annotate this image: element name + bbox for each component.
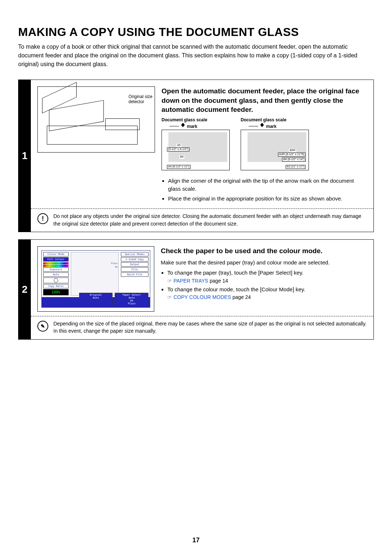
- step-1-note: ! Do not place any objects under the ori…: [37, 212, 367, 227]
- panel-copy-ratio: Copy Ratio: [43, 284, 69, 288]
- scale-a5: A5: [176, 144, 181, 147]
- pointer-icon: ☞: [167, 277, 172, 285]
- panel-full-colour: Full Colour: [43, 257, 69, 262]
- intro-text: To make a copy of a book or other thick …: [18, 42, 374, 69]
- panel-auto: Auto: [43, 272, 69, 277]
- panel-exposure: Exposure: [43, 267, 69, 272]
- scale-right: Document glass scale mark B5R A4R (8-1/2…: [241, 117, 309, 170]
- panel-paperselect-a4: A4: [130, 299, 133, 302]
- step-2-li1: To change the paper (tray), touch the [P…: [167, 269, 367, 285]
- panel-mid: Plain A4: [71, 252, 119, 296]
- step-2-body: Make sure that the desired paper (tray) …: [161, 259, 367, 267]
- step-2-text-col: Check the paper to be used and the colou…: [161, 246, 367, 312]
- step-1-bullets: Align the corner of the original with th…: [162, 177, 367, 203]
- pencil-note-icon: ✎: [37, 321, 48, 332]
- panel-plain: Plain: [111, 262, 118, 264]
- mark-row-right: mark: [249, 124, 309, 129]
- dashed-separator: [31, 208, 373, 209]
- link-copy-colour-modes[interactable]: COPY COLOUR MODES: [173, 293, 231, 301]
- document-glass-scales: Document glass scale mark A5 (5-1/2" x 8…: [162, 117, 367, 170]
- step-1-content: Original size detector Open the automati…: [31, 80, 373, 232]
- caution-icon: !: [37, 213, 48, 224]
- scale-a3: A3 (11" x 17"): [286, 165, 306, 169]
- illus-label-line2: detector: [128, 99, 144, 104]
- scale-b4: B4 (8-1/2" x 14"): [282, 158, 306, 162]
- panel-original: Original Auto: [79, 293, 113, 306]
- step-2-number: 2: [19, 240, 31, 339]
- panel-original-label: Original: [90, 293, 102, 296]
- step-2-li2-text: To change the colour mode, touch the [Co…: [167, 286, 305, 292]
- panel-paperselect-auto: Auto: [128, 296, 135, 299]
- scale-a4r: A4R (8-1/2" x 11"R): [278, 153, 306, 157]
- scale-a4: A4 (8-1/2" x 11"): [167, 165, 191, 169]
- mark-row-left: mark: [170, 124, 230, 129]
- link-paper-trays[interactable]: PAPER TRAYS: [173, 277, 208, 285]
- mark-label: mark: [187, 124, 197, 129]
- panel-left-col: Colour Mode Full Colour Exposure Auto Co…: [43, 252, 69, 295]
- exposure-dial-icon: [54, 278, 58, 283]
- xref-copy-colour-modes: ☞ COPY COLOUR MODES page 24: [167, 293, 367, 301]
- step-2-block: 2 Colour Mode Full Colour Exposure Auto: [18, 239, 374, 340]
- panel-file: File: [121, 267, 148, 272]
- panel-original-auto: Auto: [93, 296, 99, 299]
- panel-a4: A4: [115, 266, 118, 268]
- xref2-rest: page 24: [232, 293, 251, 301]
- panel-colour-mode: Colour Mode: [43, 252, 69, 256]
- page: MAKING A COPY USING THE DOCUMENT GLASS T…: [0, 0, 392, 555]
- step-2-bullets: To change the paper (tray), touch the [P…: [161, 269, 367, 301]
- panel-2sided: 2-Sided Copy: [121, 257, 148, 262]
- panel-special-modes: Special Modes: [121, 252, 148, 256]
- mark-arrow-icon: [181, 125, 185, 127]
- step-1-heading: Open the automatic document feeder, plac…: [162, 86, 367, 114]
- panel-right-col: Special Modes 2-Sided Copy Output File Q…: [121, 252, 148, 278]
- step-2-content: Colour Mode Full Colour Exposure Auto Co…: [31, 240, 373, 339]
- step-1-number: 1: [19, 80, 31, 232]
- panel-quickfile: Quick File: [121, 272, 148, 277]
- mark-label: mark: [266, 124, 277, 129]
- step-1-bullet-1: Align the corner of the original with th…: [168, 177, 367, 193]
- page-number: 17: [0, 536, 392, 544]
- step-2-note-text: Depending on the size of the placed orig…: [53, 320, 367, 335]
- scale-a5sub: (5-1/2" x 8-1/2"): [167, 147, 189, 151]
- step-1-illustration: Original size detector: [37, 86, 155, 153]
- step-2-touchpanel: Colour Mode Full Colour Exposure Auto Co…: [37, 246, 154, 312]
- step-2-note: ✎ Depending on the size of the placed or…: [37, 320, 367, 335]
- step-1-bullet-2: Place the original in the appropriate po…: [168, 195, 367, 203]
- step-2-li1-text: To change the paper (tray), touch the [P…: [167, 270, 303, 276]
- panel-paper-select: Paper Select Auto A4 Plain: [115, 293, 148, 306]
- pointer-icon: ☞: [167, 293, 172, 301]
- scale-b5: B5: [179, 155, 184, 159]
- step-1-block: 1 Original size detector Open t: [18, 80, 374, 232]
- illus-label-line1: Original size: [128, 94, 152, 99]
- panel-output: Output: [121, 262, 148, 267]
- panel-paperselect-label: Paper Select: [122, 293, 141, 296]
- step-2-heading: Check the paper to be used and the colou…: [161, 246, 367, 256]
- step-2-li2: To change the colour mode, touch the [Co…: [167, 285, 367, 301]
- colour-bar-icon: [43, 265, 69, 267]
- step-1-text-col: Open the automatic document feeder, plac…: [162, 86, 367, 204]
- dashed-separator: [31, 316, 373, 316]
- panel-bottom-buttons: Original Auto Paper Select Auto A4 Plain: [43, 293, 148, 307]
- xref1-rest: page 14: [210, 277, 228, 285]
- scale-b5r: B5R: [289, 149, 296, 152]
- page-title: MAKING A COPY USING THE DOCUMENT GLASS: [18, 25, 374, 39]
- colour-bar-icon: [43, 262, 69, 264]
- scale-box-left: A5 (5-1/2" x 8-1/2") B5 A4 (8-1/2" x 11"…: [162, 130, 230, 170]
- scale-box-right: B5R A4R (8-1/2" x 11"R) B4 (8-1/2" x 14"…: [241, 130, 309, 170]
- step-1-note-text: Do not place any objects under the origi…: [53, 212, 367, 227]
- panel-paperselect-plain: Plain: [128, 302, 135, 305]
- scale-left-title: Document glass scale: [162, 117, 230, 122]
- scale-right-title: Document glass scale: [241, 117, 309, 122]
- illustration-label: Original size detector: [128, 94, 152, 105]
- mark-arrow-icon: [260, 125, 264, 127]
- xref-paper-trays: ☞ PAPER TRAYS page 14: [167, 277, 367, 285]
- scale-left: Document glass scale mark A5 (5-1/2" x 8…: [162, 117, 230, 170]
